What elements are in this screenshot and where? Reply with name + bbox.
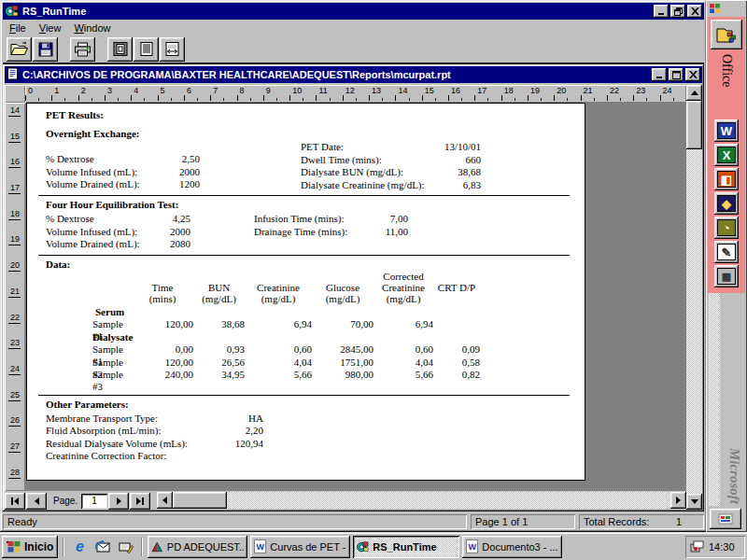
field-row: % Dextrose2,50 [46, 153, 301, 166]
field-row: Drainage Time (mins):11,00 [254, 226, 408, 239]
col-header-corrected: CorrectedCreatinine(mg/dL) [374, 271, 433, 306]
excel-icon: X [717, 147, 736, 163]
vertical-scrollbar[interactable] [686, 85, 702, 510]
last-page-button[interactable] [130, 493, 150, 510]
app-icon[interactable] [5, 5, 20, 19]
desktop: RS_RunTime File View Window [0, 0, 747, 560]
journal-button[interactable]: ✎ [714, 241, 739, 263]
close-button[interactable] [687, 5, 702, 18]
scroll-right-button[interactable] [670, 492, 686, 509]
page-number-input[interactable] [81, 494, 107, 509]
ruler-tick: 9 [263, 85, 289, 103]
office-bar-bottom-button[interactable] [710, 509, 741, 529]
open-office-document-button[interactable] [711, 20, 742, 49]
ruler-tick: 14 [395, 85, 421, 103]
powerpoint-button[interactable]: ◧ [714, 168, 739, 190]
scroll-left-button[interactable] [157, 492, 173, 509]
taskbar-separator [141, 538, 143, 556]
excel-button[interactable]: X [714, 144, 739, 166]
section-divider [38, 255, 570, 256]
zoom-full-button[interactable] [134, 37, 159, 62]
office-bar-body: Office W X ◧ ◆ ◔ ✎ ▦ [708, 17, 745, 293]
office-bar-track [709, 293, 720, 506]
keyboard-button[interactable]: ▦ [714, 265, 739, 287]
menu-file[interactable]: File [3, 21, 33, 35]
next-page-button[interactable] [108, 493, 129, 510]
menu-window[interactable]: Window [67, 21, 117, 35]
desktop-launcher[interactable] [116, 537, 136, 557]
task-documento3[interactable]: W Documento3 - ... [462, 536, 562, 558]
access-button[interactable]: ◆ [714, 192, 739, 215]
field-row: Fluid Absorption (mL/min):2,20 [46, 425, 585, 438]
horizontal-scroll-track[interactable] [227, 492, 670, 509]
save-button[interactable] [33, 37, 58, 62]
report-minimize-button[interactable] [652, 68, 667, 81]
ruler-tick: 13 [369, 85, 395, 103]
field-row: % Dextrose4,25 [46, 213, 254, 226]
mdi-area: C:\ARCHIVOS DE PROGRAMA\BAXTER HEALTHCAR… [3, 64, 704, 511]
tray-device-icon[interactable] [690, 540, 705, 553]
vertical-scroll-thumb[interactable] [686, 101, 702, 149]
print-button[interactable] [70, 37, 95, 62]
field-row: Volume Drained (mL):2080 [46, 238, 254, 251]
ruler-tick: 11 [316, 85, 342, 103]
taskbar: Inicio e PD ADEQUEST... W Curvas de PET … [0, 532, 747, 560]
word-icon: W [717, 122, 736, 139]
vertical-scroll-track[interactable] [686, 149, 702, 494]
clock-icon: ◔ [717, 219, 736, 236]
ruler-tick: 18 [501, 85, 528, 103]
field-row: Residual Dialysate Volume (mLs):120,94 [46, 438, 585, 451]
horizontal-ruler: 0123456789101112131415161718192021222324 [25, 85, 686, 103]
toolbar [3, 35, 704, 64]
col-header-bun: BUN(mg/dL) [193, 271, 245, 306]
office-logo-icon [709, 3, 721, 14]
ruler-tick: 23 [5, 335, 25, 361]
serum-label: Serum [38, 306, 132, 319]
ruler-tick: 3 [105, 85, 131, 103]
office-shortcut-bar: Office W X ◧ ◆ ◔ ✎ ▦ Microsoft [706, 0, 747, 532]
word-button[interactable]: W [714, 119, 739, 142]
office-bar-handle[interactable] [706, 0, 747, 17]
ruler-tick: 5 [158, 85, 184, 103]
ruler-tick: 21 [5, 284, 25, 310]
report-maximize-button[interactable] [669, 68, 684, 81]
field-row: Volume Drained (mL):1200 [46, 178, 301, 191]
horizontal-scroll-thumb[interactable] [173, 492, 227, 509]
task-rs-runtime[interactable]: RS_RunTime [353, 536, 459, 558]
mail-launcher[interactable] [92, 537, 113, 557]
window-title: RS_RunTime [22, 6, 654, 17]
start-button[interactable]: Inicio [2, 536, 58, 558]
field-row: Dialysate Creatinine (mg/dL):6,83 [301, 179, 481, 192]
first-page-button[interactable] [5, 493, 25, 510]
previous-page-button[interactable] [26, 493, 47, 510]
main-titlebar[interactable]: RS_RunTime [3, 3, 704, 20]
report-titlebar[interactable]: C:\ARCHIVOS DE PROGRAMA\BAXTER HEALTHCAR… [5, 66, 702, 83]
horizontal-scrollbar[interactable] [157, 492, 686, 509]
field-row: Volume Infused (mL):2000 [46, 226, 254, 239]
col-header-glucose: Glucose(mg/dL) [312, 271, 374, 306]
dialysate-label: Dialysate [38, 331, 132, 344]
internet-explorer-launcher[interactable]: e [69, 537, 90, 557]
task-curvas-de-pet[interactable]: W Curvas de PET -... [250, 536, 350, 558]
scroll-down-button[interactable] [686, 494, 702, 510]
zoom-width-button[interactable] [160, 37, 185, 62]
restore-button[interactable] [670, 5, 685, 18]
task-pd-adequest[interactable]: PD ADEQUEST... [148, 536, 247, 558]
office-bar-label: Office [719, 54, 734, 112]
ruler-tick: 10 [289, 85, 316, 103]
schedule-button[interactable]: ◔ [714, 217, 739, 239]
ruler-tick: 7 [210, 85, 236, 103]
zoom-page-button[interactable] [107, 37, 133, 62]
clock[interactable]: 14:30 [709, 541, 735, 553]
ruler-tick: 20 [554, 85, 580, 103]
ruler-tick: 23 [633, 85, 659, 103]
menu-view[interactable]: View [33, 21, 68, 35]
open-button[interactable] [7, 37, 32, 62]
report-close-button[interactable] [685, 68, 700, 81]
menu-bar: File View Window [3, 21, 704, 35]
minimize-button[interactable] [654, 5, 669, 18]
samples-table: Time(mins) BUN(mg/dL) Creatinine(mg/dL) … [38, 271, 585, 382]
ruler-tick: 19 [528, 85, 554, 103]
scroll-up-button[interactable] [686, 85, 702, 101]
adequest-icon [151, 541, 162, 553]
